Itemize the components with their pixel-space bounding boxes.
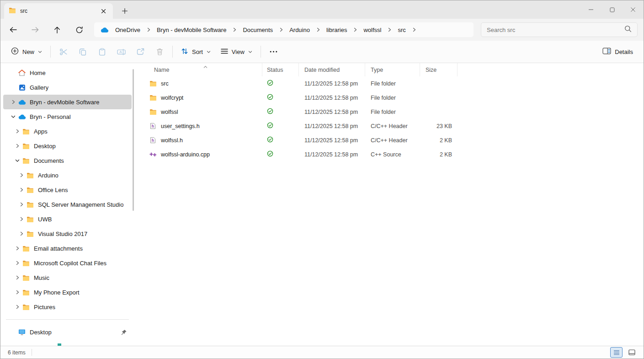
breadcrumb-item[interactable]: Documents bbox=[240, 25, 276, 35]
file-date-modified: 11/12/2025 12:58 pm bbox=[299, 109, 365, 115]
sidebar-item-apps[interactable]: Apps bbox=[3, 124, 132, 139]
gallery-icon bbox=[18, 83, 26, 91]
chevron-right-icon[interactable] bbox=[18, 171, 25, 179]
chevron-right-icon[interactable] bbox=[14, 259, 21, 267]
folder-icon bbox=[22, 244, 30, 252]
sidebar-item-documents[interactable]: Documents bbox=[3, 153, 132, 168]
file-date-modified: 11/12/2025 12:58 pm bbox=[299, 95, 365, 101]
chevron-right-icon[interactable] bbox=[313, 27, 324, 32]
sidebar-item-my-phone-export[interactable]: My Phone Export bbox=[3, 285, 132, 300]
search-input[interactable] bbox=[487, 27, 624, 33]
up-button[interactable] bbox=[49, 22, 65, 38]
statusbar-separator bbox=[32, 349, 32, 356]
sync-status-icon bbox=[267, 80, 273, 87]
chevron-down-icon[interactable] bbox=[14, 157, 21, 164]
file-name: wolfssl bbox=[161, 109, 178, 115]
breadcrumb-item[interactable]: Bryn - devMobile Software bbox=[154, 25, 229, 35]
breadcrumb-item[interactable]: wolfssl bbox=[361, 25, 384, 35]
file-date-modified: 11/12/2025 12:58 pm bbox=[299, 80, 365, 87]
file-row[interactable]: hwolfssl.h11/12/2025 12:58 pmC/C++ Heade… bbox=[134, 133, 644, 147]
view-button[interactable]: View bbox=[216, 44, 257, 59]
sidebar-item-arduino[interactable]: Arduino bbox=[3, 168, 132, 182]
sidebar-item-bryn-personal[interactable]: Bryn - Personal bbox=[3, 109, 132, 124]
breadcrumb-item[interactable]: src bbox=[395, 25, 408, 35]
column-header-type[interactable]: Type bbox=[365, 63, 420, 76]
file-name-cell: src bbox=[144, 80, 262, 87]
new-button[interactable]: New bbox=[6, 44, 47, 59]
sidebar-item-office-lens[interactable]: Office Lens bbox=[3, 182, 132, 197]
tab-close-icon[interactable] bbox=[98, 6, 108, 16]
breadcrumb-item[interactable]: libraries bbox=[324, 25, 350, 35]
chevron-right-icon[interactable] bbox=[14, 274, 21, 281]
file-row[interactable]: wolfcrypt11/12/2025 12:58 pmFile folder bbox=[134, 91, 644, 105]
details-button[interactable]: Details bbox=[597, 44, 638, 59]
chevron-right-icon[interactable] bbox=[14, 245, 21, 252]
column-header-date-modified[interactable]: Date modified bbox=[299, 63, 365, 76]
sidebar-item-sql-server-management-studio[interactable]: SQL Server Management Studio bbox=[3, 197, 132, 212]
column-header-status[interactable]: Status bbox=[262, 63, 299, 76]
chevron-right-icon[interactable] bbox=[18, 201, 25, 208]
chevron-right-icon[interactable] bbox=[14, 128, 21, 135]
see-more-button[interactable] bbox=[264, 44, 283, 59]
breadcrumb-item[interactable]: OneDrive bbox=[112, 25, 143, 35]
maximize-button[interactable] bbox=[601, 0, 623, 19]
chevron-right-icon[interactable] bbox=[384, 27, 395, 32]
sidebar-item-bryn-devmobile-software[interactable]: Bryn - devMobile Software bbox=[3, 95, 132, 109]
folder-icon bbox=[22, 273, 30, 282]
file-name: src bbox=[161, 80, 169, 87]
sidebar-item-pictures[interactable]: Pictures bbox=[3, 300, 132, 314]
chevron-right-icon[interactable] bbox=[276, 27, 287, 32]
file-row[interactable]: huser_settings.h11/12/2025 12:58 pmC/C++… bbox=[134, 119, 644, 133]
sort-button[interactable]: Sort bbox=[176, 44, 216, 59]
navigation-bar: OneDriveBryn - devMobile SoftwareDocumen… bbox=[0, 19, 644, 41]
large-icons-view-toggle[interactable] bbox=[626, 347, 638, 358]
view-list-icon bbox=[221, 48, 228, 55]
onedrive-icon bbox=[100, 27, 109, 33]
details-view-toggle[interactable] bbox=[610, 347, 623, 358]
chevron-right-icon[interactable] bbox=[409, 27, 420, 32]
file-name-cell: huser_settings.h bbox=[144, 123, 262, 129]
chevron-right-icon[interactable] bbox=[350, 27, 361, 32]
sidebar-item-desktop[interactable]: Desktop bbox=[3, 325, 132, 339]
file-list-pane: Name Status Date modified Type Size src1… bbox=[134, 63, 644, 346]
sidebar-item-desktop[interactable]: Desktop bbox=[3, 139, 132, 153]
file-explorer-window: src OneDriveBryn - devMobile SoftwareDoc… bbox=[0, 0, 644, 359]
chevron-right-icon[interactable] bbox=[143, 27, 154, 32]
file-row[interactable]: wolfssl-arduino.cpp11/12/2025 12:58 pmC+… bbox=[134, 147, 644, 161]
file-type: File folder bbox=[365, 95, 420, 101]
file-row[interactable]: src11/12/2025 12:58 pmFile folder bbox=[134, 76, 644, 91]
chevron-right-icon[interactable] bbox=[14, 303, 21, 311]
close-button[interactable] bbox=[623, 0, 644, 19]
sidebar-item-music[interactable]: Music bbox=[3, 270, 132, 285]
search-box[interactable] bbox=[481, 22, 638, 37]
sidebar-item-home[interactable]: Home bbox=[3, 65, 132, 80]
folder-icon bbox=[22, 127, 30, 135]
refresh-button[interactable] bbox=[71, 22, 87, 38]
chevron-down-icon[interactable] bbox=[10, 113, 17, 120]
sidebar-item-label: Office Lens bbox=[38, 187, 68, 193]
file-row[interactable]: wolfssl11/12/2025 12:58 pmFile folder bbox=[134, 105, 644, 119]
chevron-right-icon[interactable] bbox=[14, 142, 21, 150]
chevron-right-icon[interactable] bbox=[229, 27, 240, 32]
chevron-right-icon[interactable] bbox=[18, 215, 25, 223]
chevron-right-icon[interactable] bbox=[10, 98, 17, 106]
minimize-button[interactable] bbox=[580, 0, 601, 19]
rename-button: A bbox=[112, 44, 131, 59]
new-tab-button[interactable] bbox=[118, 5, 131, 17]
chevron-right-icon[interactable] bbox=[18, 186, 25, 193]
sidebar-item-microsoft-copilot-chat-files[interactable]: Microsoft Copilot Chat Files bbox=[3, 256, 132, 270]
home-icon bbox=[18, 69, 26, 77]
back-button[interactable] bbox=[5, 22, 21, 38]
sidebar-item-gallery[interactable]: Gallery bbox=[3, 80, 132, 95]
tab-src[interactable]: src bbox=[4, 3, 113, 19]
sidebar-scrollbar[interactable] bbox=[133, 69, 134, 211]
address-bar[interactable]: OneDriveBryn - devMobile SoftwareDocumen… bbox=[94, 22, 474, 37]
column-header-size[interactable]: Size bbox=[420, 63, 458, 76]
sidebar-item-visual-studio-2017[interactable]: Visual Studio 2017 bbox=[3, 226, 132, 241]
chevron-right-icon[interactable] bbox=[18, 230, 25, 237]
delete-button bbox=[150, 44, 169, 59]
sidebar-item-uwb[interactable]: UWB bbox=[3, 212, 132, 226]
sidebar-item-email-attachments[interactable]: Email attachments bbox=[3, 241, 132, 256]
chevron-right-icon[interactable] bbox=[14, 289, 21, 296]
breadcrumb-item[interactable]: Arduino bbox=[287, 25, 313, 35]
